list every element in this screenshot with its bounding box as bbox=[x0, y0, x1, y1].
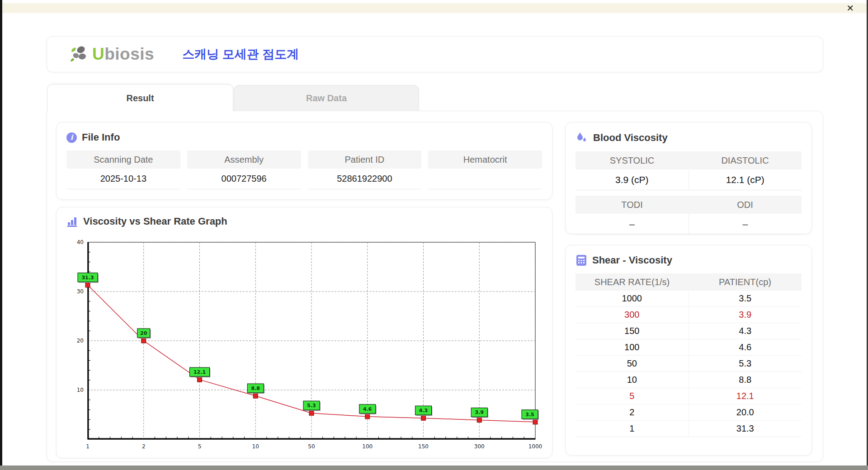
tab-result[interactable]: Result bbox=[47, 84, 233, 112]
close-icon[interactable]: ✕ bbox=[846, 3, 854, 13]
column-header: PATIENT(cp) bbox=[689, 273, 802, 291]
svg-text:1000: 1000 bbox=[528, 443, 542, 450]
window-border-left bbox=[0, 0, 2, 465]
svg-text:5: 5 bbox=[198, 443, 202, 450]
svg-text:3.9: 3.9 bbox=[475, 409, 484, 415]
svg-text:40: 40 bbox=[77, 239, 84, 245]
field-label: Assembly bbox=[187, 150, 301, 169]
file-info-field: Assembly000727596 bbox=[187, 150, 301, 189]
svg-text:50: 50 bbox=[308, 443, 315, 450]
blood-viscosity-table: SYSTOLIC DIASTOLIC 3.9 (cP) 12.1 (cP) TO… bbox=[576, 151, 802, 235]
window-title-bar: ✕ bbox=[2, 3, 867, 13]
patient-cp-cell: 4.6 bbox=[689, 339, 802, 356]
shear-table-body: 10003.53003.91504.31004.6505.3108.8512.1… bbox=[576, 291, 802, 437]
shear-rate-cell: 100 bbox=[576, 339, 689, 356]
file-info-title: File Info bbox=[82, 132, 120, 143]
shear-viscosity-card: Shear - Viscosity SHEAR RATE(1/s) PATIEN… bbox=[565, 245, 812, 456]
shear-rate-cell: 1 bbox=[576, 421, 689, 437]
field-label: Scanning Date bbox=[66, 150, 180, 169]
shear-table-row: 3003.9 bbox=[576, 307, 802, 323]
column-header: DIASTOLIC bbox=[689, 151, 802, 169]
diastolic-value: 12.1 (cP) bbox=[689, 169, 802, 190]
patient-cp-cell: 3.9 bbox=[689, 307, 802, 323]
svg-text:4.6: 4.6 bbox=[363, 406, 372, 412]
field-value bbox=[428, 169, 542, 189]
svg-text:3.5: 3.5 bbox=[525, 412, 534, 418]
file-info-fields: Scanning Date2025-10-13Assembly000727596… bbox=[66, 150, 542, 189]
column-header: SYSTOLIC bbox=[576, 151, 689, 169]
svg-text:5.3: 5.3 bbox=[307, 403, 316, 409]
svg-text:10: 10 bbox=[252, 443, 259, 450]
logo-text: Ubiosis bbox=[92, 45, 154, 64]
viscosity-chart: 102030401251050100150300100031.32012.18.… bbox=[66, 234, 548, 460]
field-label: Hematocrit bbox=[428, 150, 542, 169]
svg-text:31.3: 31.3 bbox=[81, 275, 94, 281]
column-header: TODI bbox=[576, 196, 689, 214]
shear-rate-cell: 50 bbox=[576, 356, 689, 372]
page-title: 스캐닝 모세관 점도계 bbox=[182, 46, 299, 62]
svg-text:8.8: 8.8 bbox=[251, 385, 260, 391]
tab-raw-data[interactable]: Raw Data bbox=[234, 85, 419, 111]
blood-viscosity-card: Blood Viscosity SYSTOLIC DIASTOLIC 3.9 (… bbox=[565, 122, 812, 234]
column-header: ODI bbox=[689, 196, 802, 214]
shear-table-row: 220.0 bbox=[576, 404, 802, 421]
odi-value: – bbox=[689, 214, 802, 235]
shear-rate-cell: 2 bbox=[576, 404, 689, 421]
svg-text:1: 1 bbox=[86, 443, 90, 450]
svg-text:150: 150 bbox=[418, 443, 429, 450]
column-header: SHEAR RATE(1/s) bbox=[576, 273, 689, 291]
patient-cp-cell: 12.1 bbox=[689, 388, 802, 404]
svg-text:12.1: 12.1 bbox=[193, 369, 206, 375]
svg-text:2: 2 bbox=[142, 443, 146, 450]
patient-cp-cell: 8.8 bbox=[689, 372, 802, 388]
shear-rate-cell: 300 bbox=[576, 307, 689, 323]
ubiosis-leaf-logo-icon bbox=[69, 45, 90, 64]
field-label: Patient ID bbox=[308, 150, 422, 169]
field-value: 52861922900 bbox=[308, 169, 422, 189]
shear-table-row: 108.8 bbox=[576, 372, 802, 388]
file-info-field: Hematocrit bbox=[428, 150, 542, 189]
shear-table-row: 512.1 bbox=[576, 388, 802, 404]
systolic-value: 3.9 (cP) bbox=[576, 169, 689, 190]
svg-text:30: 30 bbox=[77, 288, 84, 295]
shear-table-row: 1504.3 bbox=[576, 323, 802, 339]
viscosity-graph-card: Viscosity vs Shear Rate Graph 1020304012… bbox=[56, 207, 552, 458]
file-info-field: Patient ID52861922900 bbox=[308, 150, 422, 189]
shear-table-row: 131.3 bbox=[576, 421, 802, 437]
shear-rate-cell: 1000 bbox=[576, 291, 689, 307]
window-border-bottom bbox=[0, 465, 868, 470]
table-calculator-icon bbox=[576, 254, 587, 266]
patient-cp-cell: 3.5 bbox=[689, 291, 802, 307]
graph-title: Viscosity vs Shear Rate Graph bbox=[83, 216, 227, 227]
shear-rate-cell: 5 bbox=[576, 388, 689, 404]
shear-viscosity-title: Shear - Viscosity bbox=[592, 254, 672, 266]
file-info-card: i File Info Scanning Date2025-10-13Assem… bbox=[56, 122, 552, 200]
shear-table-row: 1004.6 bbox=[576, 339, 802, 356]
shear-table-row: 10003.5 bbox=[576, 291, 802, 307]
logo: Ubiosis bbox=[69, 45, 154, 64]
shear-rate-cell: 10 bbox=[576, 372, 689, 388]
svg-text:20: 20 bbox=[140, 330, 147, 336]
patient-cp-cell: 5.3 bbox=[689, 356, 802, 372]
svg-text:100: 100 bbox=[362, 443, 373, 450]
svg-text:300: 300 bbox=[474, 443, 485, 450]
shear-table-row: 505.3 bbox=[576, 356, 802, 372]
svg-text:10: 10 bbox=[77, 387, 84, 393]
patient-cp-cell: 4.3 bbox=[689, 323, 802, 339]
svg-text:20: 20 bbox=[77, 338, 84, 344]
svg-text:4.3: 4.3 bbox=[419, 408, 428, 414]
field-value: 2025-10-13 bbox=[66, 169, 180, 189]
app-header: Ubiosis 스캐닝 모세관 점도계 bbox=[47, 36, 823, 72]
patient-cp-cell: 31.3 bbox=[689, 421, 802, 437]
shear-table-header: SHEAR RATE(1/s) PATIENT(cp) bbox=[576, 273, 802, 291]
patient-cp-cell: 20.0 bbox=[689, 404, 802, 421]
info-icon: i bbox=[66, 132, 77, 143]
bar-chart-icon bbox=[66, 216, 78, 227]
shear-rate-cell: 150 bbox=[576, 323, 689, 339]
file-info-field: Scanning Date2025-10-13 bbox=[66, 150, 180, 189]
field-value: 000727596 bbox=[187, 169, 301, 189]
blood-drop-icon bbox=[576, 132, 588, 144]
blood-viscosity-title: Blood Viscosity bbox=[593, 132, 668, 144]
todi-value: – bbox=[576, 214, 689, 235]
